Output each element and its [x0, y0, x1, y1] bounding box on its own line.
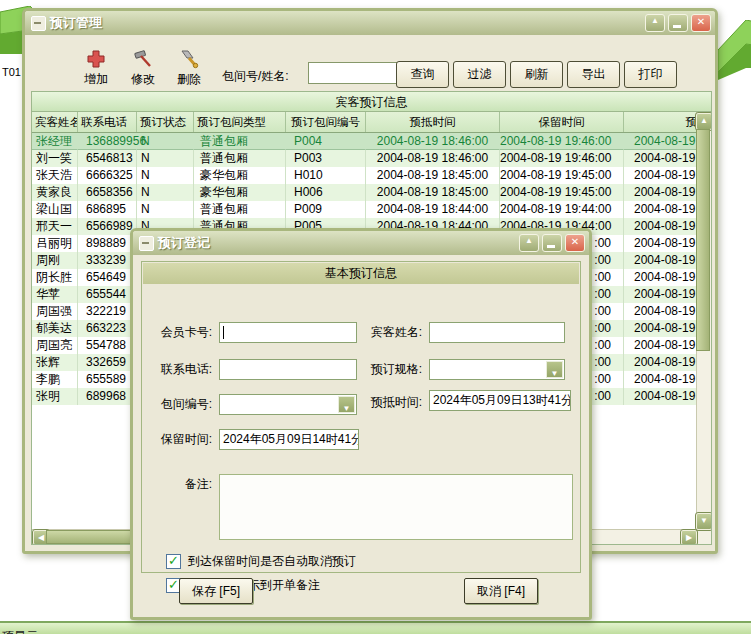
- cell-name: 周国强: [32, 303, 78, 320]
- cell-phone: 332659: [78, 354, 137, 371]
- col-header-hold-time[interactable]: 保留时间: [500, 112, 624, 132]
- dialog-maximize-button[interactable]: [519, 234, 539, 252]
- cell-type: 普通包厢: [194, 133, 286, 150]
- saw-icon: [179, 49, 199, 69]
- cell-type: 豪华包厢: [194, 167, 286, 184]
- desktop-arrow-icon-right[interactable]: [718, 20, 751, 94]
- cell-phone: 686895: [78, 201, 137, 218]
- dialog-close-button[interactable]: [565, 234, 585, 252]
- cell-phone: 898889: [78, 235, 137, 252]
- room-no-select[interactable]: [219, 394, 357, 415]
- refresh-button[interactable]: 刷新: [510, 61, 563, 88]
- table-row[interactable]: 黄家良6658356N豪华包厢H0062004-08-19 18:45:0020…: [32, 184, 712, 201]
- cell-room: P009: [286, 201, 366, 218]
- col-header-room-no[interactable]: 预订包间编号: [286, 112, 366, 132]
- cell-name: 吕丽明: [32, 235, 78, 252]
- table-row[interactable]: 张天浩6666325N豪华包厢H0102004-08-19 18:45:0020…: [32, 167, 712, 184]
- section-title: 基本预订信息: [143, 263, 579, 284]
- room-no-label: 包间编号:: [150, 394, 212, 415]
- cell-room: H010: [286, 167, 366, 184]
- guest-name-field[interactable]: [429, 322, 565, 343]
- cell-phone: 554788: [78, 337, 137, 354]
- desktop-icon-label[interactable]: T01: [2, 66, 21, 78]
- basic-info-groupbox: 基本预订信息 会员卡号: 宾客姓名: 联系电话: 预订规格: 包间编号: 预抵时…: [141, 261, 581, 573]
- cell-hold: 2004-08-19 19:46:00: [500, 150, 624, 167]
- cell-phone: 6546813: [78, 150, 137, 167]
- cell-name: 郁美达: [32, 320, 78, 337]
- arrive-time-field[interactable]: 2024年05月09日13时41分: [429, 390, 571, 411]
- cell-phone: 322219: [78, 303, 137, 320]
- col-header-phone[interactable]: 联系电话: [78, 112, 137, 132]
- maximize-button[interactable]: [645, 14, 665, 32]
- dialog-minimize-button[interactable]: [542, 234, 562, 252]
- cell-name: 阴长胜: [32, 269, 78, 286]
- cell-room: P003: [286, 150, 366, 167]
- cell-phone: 6658356: [78, 184, 137, 201]
- col-header-guest-name[interactable]: 宾客姓名: [32, 112, 78, 132]
- remark-textarea[interactable]: [219, 474, 573, 540]
- spec-select[interactable]: [429, 359, 565, 380]
- taskbar-text: 项显示: [2, 628, 38, 634]
- window-title: 预订管理: [50, 14, 645, 32]
- modify-tool[interactable]: 修改: [120, 49, 166, 88]
- cell-phone: 136889956: [78, 133, 137, 150]
- cell-room: P004: [286, 133, 366, 150]
- scroll-right-button[interactable]: [681, 530, 697, 545]
- save-button[interactable]: 保存 [F5]: [179, 578, 253, 604]
- guest-name-label: 宾客姓名:: [360, 322, 422, 343]
- vertical-scrollbar-thumb[interactable]: [696, 129, 710, 351]
- col-header-arrive-time[interactable]: 预抵时间: [366, 112, 500, 132]
- cell-arrive: 2004-08-19 18:46:00: [366, 133, 500, 150]
- dialog-titlebar[interactable]: 预订登记: [133, 231, 589, 255]
- hold-time-label: 保留时间:: [150, 429, 212, 450]
- contact-phone-field[interactable]: [219, 359, 357, 380]
- close-button[interactable]: [691, 14, 711, 32]
- cell-hold: 2004-08-19 19:46:00: [500, 133, 624, 150]
- print-button[interactable]: 打印: [624, 61, 677, 88]
- search-label: 包间号/姓名:: [222, 68, 289, 85]
- main-titlebar[interactable]: 预订管理: [25, 11, 715, 35]
- spec-label: 预订规格:: [360, 359, 422, 380]
- table-row[interactable]: 刘一笑6546813N普通包厢P0032004-08-19 18:46:0020…: [32, 150, 712, 167]
- cell-room: H006: [286, 184, 366, 201]
- table-row[interactable]: 张经理136889956N普通包厢P0042004-08-19 18:46:00…: [32, 133, 712, 150]
- taskbar[interactable]: 项显示: [0, 621, 751, 634]
- add-tool[interactable]: 增加: [73, 49, 119, 88]
- minimize-button[interactable]: [668, 14, 688, 32]
- query-button[interactable]: 查询: [396, 61, 449, 88]
- delete-label: 删除: [177, 72, 201, 86]
- col-header-room-type[interactable]: 预订包间类型: [194, 112, 286, 132]
- auto-cancel-checkbox-row[interactable]: 到达保留时间是否自动取消预订: [166, 553, 356, 570]
- modify-label: 修改: [131, 72, 155, 86]
- cell-status: N: [137, 184, 194, 201]
- table-row[interactable]: 梁山国686895N普通包厢P0092004-08-19 18:44:00200…: [32, 201, 712, 218]
- auto-cancel-checkbox[interactable]: [166, 554, 181, 569]
- cell-type: 豪华包厢: [194, 184, 286, 201]
- delete-tool[interactable]: 删除: [166, 49, 212, 88]
- export-button[interactable]: 导出: [567, 61, 620, 88]
- cell-phone: 655544: [78, 286, 137, 303]
- chevron-down-icon[interactable]: [546, 361, 563, 378]
- cancel-button[interactable]: 取消 [F4]: [464, 578, 538, 604]
- hammer-icon: [133, 49, 153, 69]
- cell-status: N: [137, 201, 194, 218]
- chevron-down-icon[interactable]: [338, 396, 355, 413]
- cell-hold: 2004-08-19 19:45:00: [500, 184, 624, 201]
- hold-time-field[interactable]: 2024年05月09日14时41分: [219, 429, 359, 450]
- col-header-status[interactable]: 预订状态: [137, 112, 194, 132]
- window-system-icon[interactable]: [31, 16, 46, 31]
- scroll-down-button[interactable]: [696, 513, 712, 530]
- filter-button[interactable]: 过滤: [453, 61, 506, 88]
- cell-type: 普通包厢: [194, 201, 286, 218]
- contact-phone-label: 联系电话:: [150, 359, 212, 380]
- cell-phone: 6666325: [78, 167, 137, 184]
- arrive-time-label: 预抵时间:: [360, 392, 422, 413]
- member-card-field[interactable]: [219, 322, 357, 343]
- scroll-up-button[interactable]: [696, 113, 712, 130]
- cell-arrive: 2004-08-19 18:44:00: [366, 201, 500, 218]
- add-icon: [87, 49, 105, 69]
- dialog-system-icon[interactable]: [139, 236, 154, 251]
- cell-name: 张天浩: [32, 167, 78, 184]
- cell-name: 周国亮: [32, 337, 78, 354]
- member-card-label: 会员卡号:: [150, 322, 212, 343]
